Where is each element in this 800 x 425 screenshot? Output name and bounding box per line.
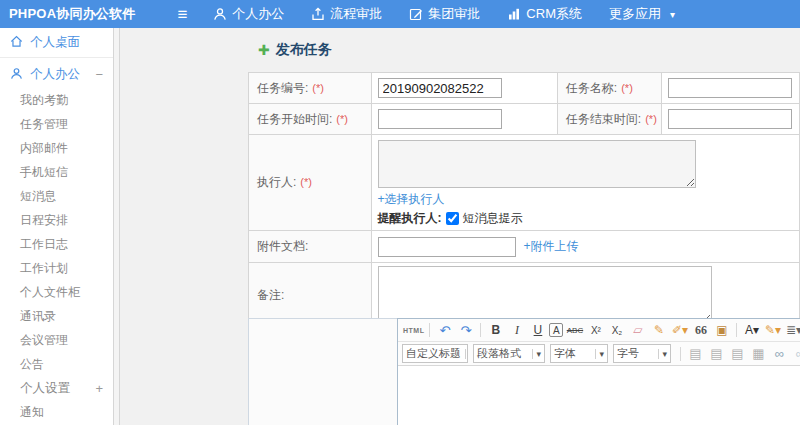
required-marker: (*) bbox=[300, 176, 312, 188]
undo-icon[interactable]: ↶ bbox=[435, 321, 454, 339]
task-name-label: 任务名称:(*) bbox=[557, 73, 661, 104]
sidebar-item-internal-mail[interactable]: 内部邮件 bbox=[0, 136, 113, 160]
sidebar-item-settings[interactable]: 个人设置 + bbox=[0, 376, 113, 400]
table-row: 任务开始时间:(*) 任务结束时间:(*) bbox=[249, 104, 800, 135]
executor-textarea[interactable] bbox=[378, 140, 696, 188]
sidebar-item-meeting[interactable]: 会议管理 bbox=[0, 328, 113, 352]
person-icon bbox=[10, 67, 23, 83]
table-row: 任务编号:(*) 任务名称:(*) bbox=[249, 73, 800, 104]
task-number-input[interactable] bbox=[378, 78, 502, 98]
sidebar-item-office[interactable]: 个人办公 − bbox=[0, 61, 113, 88]
sidebar-item-short-message[interactable]: 短消息 bbox=[0, 184, 113, 208]
bold-icon[interactable]: B bbox=[486, 321, 505, 339]
sidebar-item-desktop[interactable]: 个人桌面 bbox=[0, 28, 113, 58]
remark-textarea[interactable] bbox=[378, 266, 712, 324]
strikethrough-icon[interactable]: ABC bbox=[565, 321, 584, 339]
required-marker: (*) bbox=[621, 82, 633, 94]
toolbar-separator bbox=[736, 323, 737, 337]
format-brush-icon[interactable]: ✎ bbox=[649, 321, 668, 339]
sms-remind-label: 短消息提示 bbox=[463, 210, 523, 227]
sidebar-item-task-management[interactable]: 任务管理 bbox=[0, 112, 113, 136]
blockquote-icon[interactable]: 66 bbox=[691, 321, 710, 339]
caret-down-icon: ▾ bbox=[670, 9, 675, 20]
start-time-label: 任务开始时间:(*) bbox=[249, 104, 372, 135]
superscript-icon[interactable]: X² bbox=[586, 321, 605, 339]
caret-down-icon: ▾ bbox=[532, 349, 541, 359]
editor-label-cell bbox=[248, 318, 397, 425]
link-icon[interactable]: ∞ bbox=[770, 345, 789, 363]
caret-down-icon: ▾ bbox=[595, 349, 604, 359]
nav-label: 个人办公 bbox=[232, 5, 284, 23]
html-source-icon[interactable]: HTML bbox=[403, 321, 424, 339]
nav-process-approval[interactable]: 流程审批 bbox=[311, 5, 382, 23]
sidebar-item-file-cabinet[interactable]: 个人文件柜 bbox=[0, 280, 113, 304]
required-marker: (*) bbox=[336, 113, 348, 125]
nav-label: 更多应用 bbox=[609, 5, 661, 23]
hamburger-menu-icon[interactable]: ≡ bbox=[177, 6, 187, 23]
sidebar-item-mobile-sms[interactable]: 手机短信 bbox=[0, 160, 113, 184]
executor-label: 执行人:(*) bbox=[249, 135, 372, 231]
editor-toolbar-row2: 自定义标题▾ 段落格式▾ 字体▾ 字号▾ ▤ ▤ ▤ ▦ ∞ ∞ bbox=[398, 342, 800, 366]
font-family-select[interactable]: 字体▾ bbox=[550, 344, 608, 363]
caret-down-icon: ▾ bbox=[465, 349, 468, 359]
highlight-icon[interactable]: ✎▾ bbox=[763, 321, 782, 339]
nav-personal-office[interactable]: 个人办公 bbox=[213, 5, 284, 23]
page-title: ✚ 发布任务 bbox=[258, 41, 332, 59]
main-content: ✚ 发布任务 任务编号:(*) 任务名称:(*) 任务开始时间:(*) 任务结束… bbox=[120, 28, 800, 425]
collapse-minus-icon[interactable]: − bbox=[95, 67, 103, 82]
attachment-label: 附件文档: bbox=[249, 231, 372, 263]
align-right-icon[interactable]: ▤ bbox=[728, 345, 747, 363]
phpoa-app: PHPOA协同办公软件 ≡ 个人办公 流程审批 集团审批 CRM系统 更多应用 … bbox=[0, 0, 800, 425]
publish-task-form: 任务编号:(*) 任务名称:(*) 任务开始时间:(*) 任务结束时间:(*) … bbox=[248, 72, 800, 328]
sidebar: 个人桌面 个人办公 − 我的考勤 任务管理 内部邮件 手机短信 短消息 日程安排… bbox=[0, 28, 113, 425]
attachment-upload-link[interactable]: +附件上传 bbox=[524, 238, 579, 255]
nav-more-apps[interactable]: 更多应用 ▾ bbox=[609, 5, 675, 23]
end-time-input[interactable] bbox=[668, 109, 792, 129]
font-color-icon[interactable]: A▾ bbox=[742, 321, 761, 339]
select-executor-link[interactable]: +选择执行人 bbox=[378, 192, 445, 206]
sidebar-scrollbar[interactable] bbox=[113, 28, 120, 425]
edit-note-icon bbox=[409, 7, 423, 21]
editor-content-area[interactable] bbox=[398, 366, 800, 425]
font-size-select[interactable]: 字号▾ bbox=[613, 344, 671, 363]
underline-icon[interactable]: U bbox=[528, 321, 547, 339]
unlink-icon[interactable]: ∞ bbox=[791, 345, 800, 363]
sidebar-item-announcement[interactable]: 公告 bbox=[0, 352, 113, 376]
nav-group-approval[interactable]: 集团审批 bbox=[409, 5, 480, 23]
task-name-input[interactable] bbox=[668, 78, 792, 98]
sidebar-item-notice[interactable]: 通知 bbox=[0, 400, 113, 424]
subscript-icon[interactable]: X₂ bbox=[607, 321, 626, 339]
align-justify-icon[interactable]: ▦ bbox=[749, 345, 768, 363]
rich-text-editor: HTML ↶ ↷ B I U A ABC X² X₂ ▱ ✎ ✐▾ 66 ▣ bbox=[397, 318, 800, 425]
sidebar-item-work-log[interactable]: 工作日志 bbox=[0, 232, 113, 256]
remind-executor-label: 提醒执行人: bbox=[378, 210, 442, 227]
start-time-input[interactable] bbox=[378, 109, 502, 129]
toolbar-separator bbox=[480, 323, 481, 337]
align-left-icon[interactable]: ▤ bbox=[686, 345, 705, 363]
italic-icon[interactable]: I bbox=[507, 321, 526, 339]
paste-icon[interactable]: ▣ bbox=[712, 321, 731, 339]
sidebar-item-contacts[interactable]: 通讯录 bbox=[0, 304, 113, 328]
expand-plus-icon[interactable]: + bbox=[95, 381, 103, 396]
sidebar-item-schedule[interactable]: 日程安排 bbox=[0, 208, 113, 232]
custom-title-select[interactable]: 自定义标题▾ bbox=[402, 344, 468, 363]
align-center-icon[interactable]: ▤ bbox=[707, 345, 726, 363]
sidebar-item-work-plan[interactable]: 工作计划 bbox=[0, 256, 113, 280]
paint-format-icon[interactable]: ✐▾ bbox=[670, 321, 689, 339]
ordered-list-icon[interactable]: ≣▾ bbox=[784, 321, 800, 339]
sidebar-item-attendance[interactable]: 我的考勤 bbox=[0, 88, 113, 112]
nav-label: CRM系统 bbox=[526, 5, 582, 23]
nav-crm-system[interactable]: CRM系统 bbox=[507, 5, 582, 23]
paragraph-format-select[interactable]: 段落格式▾ bbox=[473, 344, 545, 363]
end-time-label: 任务结束时间:(*) bbox=[557, 104, 661, 135]
attachment-input[interactable] bbox=[378, 237, 516, 257]
sms-remind-checkbox[interactable] bbox=[446, 212, 459, 225]
person-icon bbox=[213, 7, 227, 21]
remove-format-icon[interactable]: ▱ bbox=[628, 321, 647, 339]
required-marker: (*) bbox=[312, 82, 324, 94]
task-number-label: 任务编号:(*) bbox=[249, 73, 372, 104]
redo-icon[interactable]: ↷ bbox=[456, 321, 475, 339]
required-marker: (*) bbox=[645, 113, 657, 125]
sidebar-item-label: 个人办公 bbox=[30, 66, 80, 83]
font-style-icon[interactable]: A bbox=[549, 323, 563, 337]
